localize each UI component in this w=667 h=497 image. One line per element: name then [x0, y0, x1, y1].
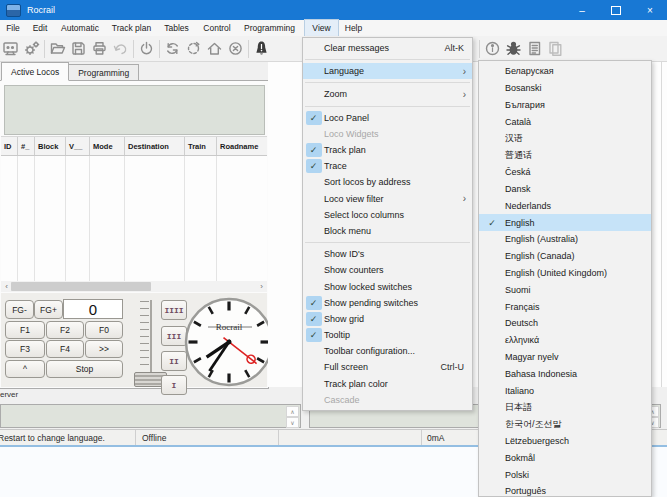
alert-icon[interactable]	[251, 39, 272, 58]
print-icon[interactable]	[89, 39, 110, 58]
tab-programming[interactable]: Programming	[69, 64, 139, 81]
col-mode[interactable]: Mode	[90, 137, 125, 155]
scroll-up-icon[interactable]: ∧	[286, 406, 299, 417]
speed-slider[interactable]	[150, 300, 152, 374]
lang-mandarin[interactable]: 普通话	[479, 147, 651, 164]
menu-item-track-plan[interactable]: ✓Track plan	[303, 142, 472, 158]
menu-item-block-menu[interactable]: Block menu	[303, 223, 472, 239]
menu-help[interactable]: Help	[338, 20, 369, 36]
stop-button[interactable]: Stop	[46, 360, 123, 378]
lang-norwegian[interactable]: Bokmål	[479, 449, 651, 466]
minimize-button[interactable]: –	[565, 0, 599, 20]
lang-english-canada[interactable]: English (Canada)	[479, 248, 651, 265]
menu-item-loco-view-filter[interactable]: Loco view filter›	[303, 191, 472, 207]
power-icon[interactable]	[136, 39, 157, 58]
menu-item-show-grid[interactable]: ✓Show grid	[303, 311, 472, 327]
col-addr[interactable]: #_	[18, 137, 35, 155]
lang-greek[interactable]: ελληνικά	[479, 332, 651, 349]
scroll-down-icon[interactable]: ∨	[286, 417, 299, 428]
lang-english-australia[interactable]: English (Australia)	[479, 231, 651, 248]
menu-item-zoom[interactable]: Zoom›	[303, 86, 472, 102]
col-block[interactable]: Block	[35, 137, 66, 155]
lang-dutch[interactable]: Nederlands	[479, 197, 651, 214]
menu-tables[interactable]: Tables	[157, 20, 196, 36]
f3-button[interactable]: F3	[5, 340, 45, 358]
direction-button[interactable]: ^	[5, 360, 45, 378]
col-roadname[interactable]: Roadname	[217, 137, 267, 155]
menu-file[interactable]: File	[0, 20, 26, 36]
f4-button[interactable]: F4	[46, 340, 84, 358]
loco-table-hscrollbar[interactable]: ‹ ›	[1, 281, 267, 292]
menu-automatic[interactable]: Automatic	[54, 20, 106, 36]
lang-bosnian[interactable]: Bosanski	[479, 80, 651, 97]
menu-item-show-locked-switches[interactable]: Show locked switches	[303, 278, 472, 294]
menu-track-plan[interactable]: Track plan	[106, 20, 157, 36]
lang-italian[interactable]: Italiano	[479, 382, 651, 399]
lang-bulgarian[interactable]: България	[479, 97, 651, 114]
function-shift-button[interactable]: >>	[85, 340, 123, 358]
menu-control[interactable]: Control	[196, 20, 238, 36]
menu-item-clear-messages[interactable]: Clear messagesAlt-K	[303, 40, 472, 56]
f1-button[interactable]: F1	[5, 321, 45, 339]
hscroll-thumb[interactable]	[11, 282, 151, 291]
lang-french[interactable]: Français	[479, 298, 651, 315]
menu-item-sort-locos[interactable]: Sort locos by address	[303, 174, 472, 190]
server-log-scrollbar[interactable]: ∧ ∨	[286, 406, 299, 428]
maximize-button[interactable]	[599, 0, 633, 20]
throttle-monitor-icon[interactable]	[0, 39, 21, 58]
loco-table-body[interactable]	[1, 156, 267, 282]
lang-indonesian[interactable]: Bahasa Indonesia	[479, 365, 651, 382]
refresh-icon[interactable]	[162, 39, 183, 58]
lang-japanese[interactable]: 日本語	[479, 399, 651, 416]
lang-korean[interactable]: 한국어/조선말	[479, 416, 651, 433]
lang-chinese[interactable]: 汉语	[479, 130, 651, 147]
fg-plus-button[interactable]: FG+	[34, 300, 63, 319]
menu-item-select-loco-columns[interactable]: Select loco columns	[303, 207, 472, 223]
menu-item-show-counters[interactable]: Show counters	[303, 262, 472, 278]
sync-icon[interactable]	[183, 39, 204, 58]
menu-item-loco-panel[interactable]: ✓Loco Panel	[303, 110, 472, 126]
menu-item-show-pending-switches[interactable]: ✓Show pending switches	[303, 295, 472, 311]
lang-czech[interactable]: Česká	[479, 164, 651, 181]
lang-portuguese[interactable]: Português	[479, 483, 651, 497]
f0-button[interactable]: F0	[85, 321, 123, 339]
menu-view[interactable]: View	[305, 20, 338, 36]
lang-luxembourgish[interactable]: Lëtzebuergesch	[479, 433, 651, 450]
lang-polish[interactable]: Polski	[479, 466, 651, 483]
lang-catalan[interactable]: Català	[479, 113, 651, 130]
menu-item-track-plan-color[interactable]: Track plan color	[303, 376, 472, 392]
home-icon[interactable]	[204, 39, 225, 58]
lang-hungarian[interactable]: Magyar nyelv	[479, 349, 651, 366]
col-train[interactable]: Train	[185, 137, 217, 155]
lang-english-uk[interactable]: English (United Kingdom)	[479, 265, 651, 282]
settings-gears-icon[interactable]	[21, 39, 42, 58]
lang-belarusian[interactable]: Беларуская	[479, 63, 651, 80]
col-v[interactable]: V__	[66, 137, 90, 155]
fg-minus-button[interactable]: FG-	[5, 300, 34, 319]
menu-edit[interactable]: Edit	[26, 20, 54, 36]
menu-programming[interactable]: Programming	[238, 20, 301, 36]
lang-danish[interactable]: Dansk	[479, 181, 651, 198]
menu-item-tooltip[interactable]: ✓Tooltip	[303, 327, 472, 343]
save-icon[interactable]	[68, 39, 89, 58]
lang-english[interactable]: ✓English	[479, 214, 651, 231]
server-log-left[interactable]: ∧ ∨	[0, 404, 301, 428]
col-id[interactable]: ID	[1, 137, 18, 155]
f2-button[interactable]: F2	[46, 321, 84, 339]
menu-item-language[interactable]: Language›	[303, 63, 472, 79]
close-button[interactable]: ×	[633, 0, 667, 20]
menu-item-toolbar-configuration[interactable]: Toolbar configuration...	[303, 343, 472, 359]
disconnect-icon[interactable]	[225, 39, 246, 58]
menu-item-show-ids[interactable]: Show ID's	[303, 246, 472, 262]
bug-report-icon[interactable]	[503, 39, 524, 58]
info-icon[interactable]	[482, 39, 503, 58]
lang-german[interactable]: Deutsch	[479, 315, 651, 332]
menu-item-full-screen[interactable]: Full screenCtrl-U	[303, 359, 472, 375]
menu-item-trace[interactable]: ✓Trace	[303, 158, 472, 174]
tab-active-locos[interactable]: Active Locos	[1, 62, 69, 81]
scroll-right-icon[interactable]: ›	[256, 281, 267, 292]
lang-finnish[interactable]: Suomi	[479, 281, 651, 298]
open-workspace-icon[interactable]	[47, 39, 68, 58]
col-destination[interactable]: Destination	[125, 137, 185, 155]
server-log-icon[interactable]	[524, 39, 545, 58]
